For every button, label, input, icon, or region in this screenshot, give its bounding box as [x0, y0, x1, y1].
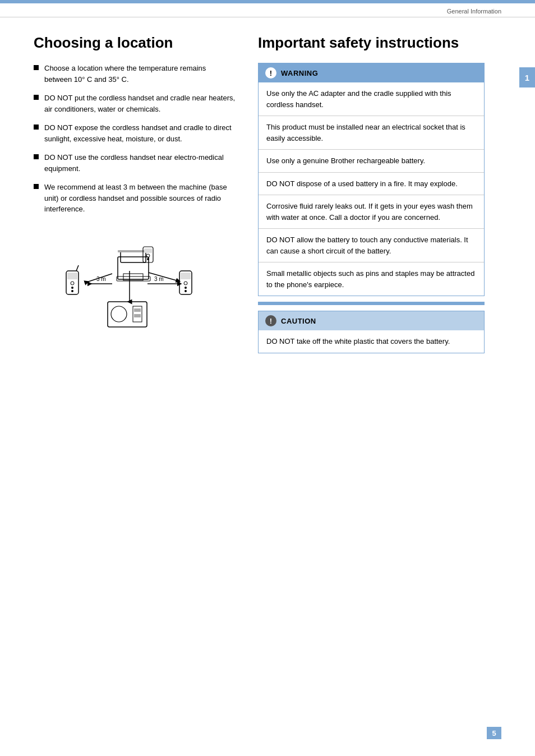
list-item: Choose a location where the temperature … [34, 63, 236, 85]
caution-items-list: DO NOT take off the white plastic that c… [259, 330, 484, 353]
svg-point-19 [185, 290, 187, 292]
bullet-icon [34, 95, 39, 100]
warning-header: ! WARNING [259, 63, 484, 82]
warning-label: WARNING [281, 69, 318, 77]
svg-line-14 [76, 265, 79, 271]
svg-rect-20 [108, 302, 147, 327]
bullet-icon [34, 65, 39, 70]
svg-rect-4 [118, 250, 149, 252]
svg-point-21 [111, 306, 127, 322]
warning-item: Use only the AC adapter and the cradle s… [259, 82, 484, 116]
svg-point-8 [147, 258, 149, 260]
chapter-tab: 1 [519, 67, 535, 87]
svg-rect-0 [118, 257, 149, 279]
warning-item: DO NOT dispose of a used battery in a fi… [259, 173, 484, 196]
warning-item: Small metallic objects such as pins and … [259, 262, 484, 296]
list-item: DO NOT put the cordless handset and crad… [34, 93, 236, 114]
caution-label: CAUTION [281, 317, 316, 325]
svg-rect-6 [144, 248, 152, 253]
left-section-title: Choosing a location [34, 34, 236, 52]
svg-point-12 [71, 287, 73, 289]
main-content: Choosing a location Choose a location wh… [0, 17, 535, 370]
warning-item: Use only a genuine Brother rechargeable … [259, 150, 484, 173]
svg-rect-23 [134, 308, 141, 312]
warning-item: This product must be installed near an e… [259, 116, 484, 150]
svg-text:3 m: 3 m [96, 276, 106, 282]
list-item: DO NOT use the cordless handset near ele… [34, 152, 236, 174]
left-column: Choosing a location Choose a location wh… [34, 34, 236, 353]
bullet-icon [34, 154, 39, 159]
list-item: We recommend at least 3 m between the ma… [34, 182, 236, 215]
page-footer: 5 [487, 727, 501, 739]
list-item: DO NOT expose the cordless handset and c… [34, 122, 236, 144]
warning-items-list: Use only the AC adapter and the cradle s… [259, 82, 484, 296]
caution-item: DO NOT take off the white plastic that c… [259, 330, 484, 353]
diagram-svg: 3 m 3 m [56, 229, 213, 335]
svg-point-18 [185, 287, 187, 289]
blue-accent-bar [258, 302, 485, 305]
svg-rect-24 [134, 314, 141, 317]
svg-rect-16 [181, 273, 191, 279]
location-diagram: 3 m 3 m [34, 226, 236, 338]
bullet-icon [34, 125, 39, 130]
right-column: Important safety instructions ! WARNING … [258, 34, 501, 353]
section-label: General Information [447, 8, 501, 15]
svg-point-11 [71, 282, 74, 285]
caution-box: ! CAUTION DO NOT take off the white plas… [258, 311, 485, 353]
caution-header: ! CAUTION [259, 311, 484, 330]
bullet-list: Choose a location where the temperature … [34, 63, 236, 215]
warning-icon: ! [265, 67, 276, 79]
bullet-icon [34, 184, 39, 189]
svg-text:3 m: 3 m [154, 276, 164, 282]
caution-icon: ! [265, 315, 276, 326]
warning-item: Corrosive fluid rarely leaks out. If it … [259, 195, 484, 229]
svg-point-17 [184, 282, 187, 285]
warning-box: ! WARNING Use only the AC adapter and th… [258, 63, 485, 296]
page-header: General Information [0, 3, 535, 17]
right-section-title: Important safety instructions [258, 34, 485, 52]
page-number: 5 [487, 727, 501, 739]
svg-point-13 [71, 290, 73, 292]
svg-rect-10 [67, 273, 77, 279]
warning-item: DO NOT allow the battery to touch any co… [259, 229, 484, 262]
